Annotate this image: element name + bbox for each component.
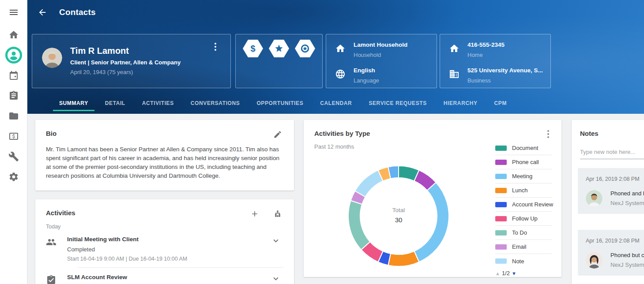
legend-item-phone-call[interactable]: Phone call [495,155,552,169]
hamburger-menu-icon [8,7,19,18]
calendar-icon [8,70,19,81]
activity-hierarchy-button[interactable] [272,208,283,220]
pencil-icon [273,130,282,139]
legend-page-down-icon[interactable]: ▼ [512,271,516,276]
legend-swatch [495,174,507,179]
legend-label: Document [512,145,538,151]
sidebar-item-tasks[interactable] [0,86,27,106]
sidebar-item-settings[interactable] [0,167,27,187]
identity-overflow-menu-button[interactable] [210,41,221,53]
activity-item-initial-meeting[interactable]: Initial Meeting with Client Completed St… [46,230,283,267]
note-item[interactable]: Apr 16, 2019 2:08 PM Phoned and le NexJ … [578,168,644,214]
donut-segment-lunch[interactable] [388,251,419,266]
sidebar-item-home[interactable] [0,25,27,45]
contact-info-panel[interactable]: 416-555-2345 Home 525 University Avenue,… [440,34,551,88]
tab-detail[interactable]: DETAIL [99,93,132,114]
legend-label: Phone call [512,159,539,165]
notes-card: Notes Apr 16, 2019 2:08 PM Phoned and [572,120,644,284]
home-icon [8,30,19,40]
building-icon [449,69,459,79]
tab-conversations[interactable]: CONVERSATIONS [185,93,246,114]
phone-row: 416-555-2345 Home [440,41,550,62]
identity-panel[interactable]: Tim R Lamont Client | Senior Partner, Al… [32,34,231,88]
star-badge-icon[interactable] [269,40,289,57]
legend-item-follow-up[interactable]: Follow Up [495,212,552,226]
legend-label: Lunch [512,187,527,194]
legend-label: Note [512,258,524,265]
legend-page-indicator: 1/2 [502,270,510,277]
activity-schedule: Start 16-04-19 9:00 AM | Due 16-04-19 10… [67,256,283,262]
add-activity-button[interactable] [249,208,260,220]
legend-item-to-do[interactable]: To Do [495,226,552,240]
app-window: Contacts Tim R Lamont Client | Senior Pa… [0,0,644,284]
address-label: Business [467,77,491,84]
activity-expand-button[interactable] [271,236,282,247]
bio-edit-button[interactable] [272,129,283,140]
sidebar-item-contacts[interactable] [0,45,27,65]
ribbon-star-badge-icon[interactable] [295,40,315,57]
tab-bar: SUMMARYDETAILACTIVITIESCONVERSATIONSOPPO… [27,93,644,114]
sidebar-item-documents[interactable] [0,106,27,126]
badge-row: $ [236,40,322,57]
phone-label: Home [467,52,483,58]
sidebar-item-billing[interactable] [0,126,27,146]
legend-item-lunch[interactable]: Lunch [495,183,552,198]
bio-card: Bio Mr. Tim Lamont has been a Senior Par… [35,120,294,191]
legend-item-email[interactable]: Email [495,240,552,254]
activity-item-slm-review[interactable]: SLM Account Review Outstanding [46,268,283,284]
legend-item-meeting[interactable]: Meeting [495,169,552,183]
tab-service-requests[interactable]: SERVICE REQUESTS [362,93,433,114]
tab-opportunities[interactable]: OPPORTUNITIES [250,93,309,114]
legend-swatch [495,216,507,221]
badges-panel[interactable]: $ [235,34,323,88]
task-check-icon [46,275,56,284]
activity-title: SLM Account Review [67,274,283,280]
wrench-icon [8,151,19,162]
notes-title: Notes [580,130,644,137]
language-row: English Language [326,66,437,87]
legend-swatch [495,202,507,207]
dollar-badge-icon[interactable]: $ [243,40,263,57]
household-panel[interactable]: Lamont Household Household English Langu… [326,34,437,88]
contact-subtitle: Client | Senior Partner, Allen & Company [70,59,181,66]
household-label: Household [354,52,381,58]
tab-summary[interactable]: SUMMARY [53,93,94,114]
home-icon [335,43,346,54]
household-row: Lamont Household Household [326,41,437,62]
tab-cpm[interactable]: CPM [488,93,513,114]
person-circle-icon [5,46,23,64]
hamburger-menu-button[interactable] [0,0,27,25]
chevron-down-icon [271,274,281,284]
contact-birthdate: April 20, 1943 (75 years) [70,69,181,75]
legend-item-note[interactable]: Note [495,254,552,268]
phone-number: 416-555-2345 [467,41,505,48]
legend-item-document[interactable]: Document [495,141,552,155]
legend-page-up-icon[interactable]: ▲ [495,271,500,276]
tab-calendar[interactable]: CALENDAR [314,93,358,114]
note-author-avatar [586,252,603,269]
address-row: 525 University Avenue, S... Business [440,66,550,87]
tab-hierarchy[interactable]: HIERARCHY [437,93,484,114]
legend-item-account-review[interactable]: Account Review [495,198,552,212]
globe-icon [335,69,346,79]
activity-expand-button[interactable] [271,274,282,284]
back-button[interactable] [34,4,51,21]
sidebar-item-tools[interactable] [0,146,27,167]
sidebar-item-calendar[interactable] [0,65,27,86]
chevron-down-icon [271,236,281,246]
legend-label: To Do [512,229,527,236]
appbar: Contacts [27,0,96,25]
tab-activities[interactable]: ACTIVITIES [136,93,180,114]
note-item[interactable]: Apr 16, 2019 2:08 PM Phoned but co NexJ … [578,230,644,276]
contact-header: Contacts Tim R Lamont Client | Senior Pa… [27,0,644,114]
legend-swatch [495,258,507,264]
chart-overflow-menu-button[interactable] [543,128,554,140]
note-author-avatar [586,190,603,207]
new-note-input[interactable] [580,147,644,159]
note-timestamp: Apr 16, 2019 2:08 PM [586,176,644,182]
language-value: English [354,67,375,74]
donut-segment-note[interactable] [355,170,383,197]
legend-swatch [495,188,507,193]
sitemap-icon [273,209,282,218]
activity-status: Completed [67,246,283,253]
